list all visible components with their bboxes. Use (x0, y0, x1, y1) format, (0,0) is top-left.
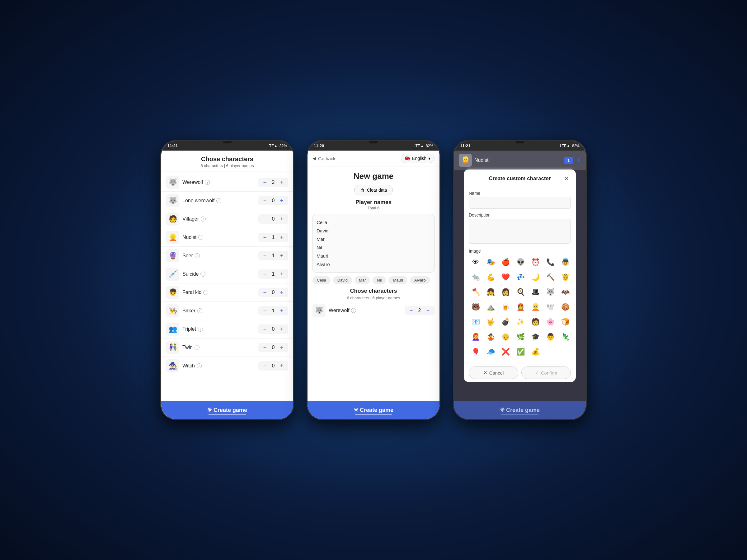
increment-werewolf[interactable]: + (278, 179, 285, 186)
battery-icon-3: 82% (572, 144, 579, 148)
info-icon-witch[interactable]: i (197, 364, 202, 368)
decrement-triplet[interactable]: − (261, 326, 268, 332)
decrement-seer[interactable]: − (261, 252, 268, 259)
description-field-group: Description (469, 212, 571, 245)
description-textarea[interactable] (469, 219, 571, 244)
emoji-zzz[interactable]: 💤 (514, 270, 527, 284)
create-game-button-2[interactable]: ✳ Create game (308, 401, 439, 419)
emoji-woman[interactable]: 👩 (499, 285, 512, 299)
emoji-juggler[interactable]: 🤹 (484, 330, 497, 344)
emoji-hat[interactable]: 🧢 (484, 345, 497, 359)
emoji-old-man[interactable]: 👴 (499, 330, 512, 344)
create-game-button-3[interactable]: ✳ Create game (454, 401, 586, 419)
emoji-rat[interactable]: 🐀 (469, 270, 483, 284)
increment-twin[interactable]: + (278, 344, 285, 351)
plus-icon-p3[interactable]: + (577, 156, 581, 164)
emoji-balloon[interactable]: 🎈 (469, 345, 483, 359)
increment-nudist[interactable]: + (278, 234, 285, 241)
emoji-cook[interactable]: 🍳 (514, 285, 527, 299)
emoji-envelope[interactable]: 📧 (469, 315, 483, 329)
info-icon-werewolf-p2[interactable]: i (351, 308, 356, 313)
emoji-graduation[interactable]: 🎓 (529, 330, 542, 344)
decrement-feral-kid[interactable]: − (261, 289, 268, 296)
cancel-button[interactable]: ✕ Cancel (469, 367, 518, 379)
counter-seer: − 1 + (258, 251, 288, 260)
decrement-nudist[interactable]: − (261, 234, 268, 241)
emoji-bread[interactable]: 🍞 (558, 315, 572, 329)
decrement-baker[interactable]: − (261, 308, 268, 314)
emoji-phone[interactable]: 📞 (543, 256, 557, 269)
info-icon-baker[interactable]: i (197, 308, 202, 313)
increment-witch[interactable]: + (278, 363, 285, 369)
emoji-moon[interactable]: 🌙 (529, 270, 542, 284)
emoji-sparkle[interactable]: ✨ (514, 315, 527, 329)
decrement-twin[interactable]: − (261, 344, 268, 351)
emoji-axe[interactable]: 🪓 (469, 285, 483, 299)
decrement-suicide[interactable]: − (261, 271, 268, 277)
decrement-lone-werewolf[interactable]: − (261, 197, 268, 204)
decrement-werewolf-p2[interactable]: − (408, 307, 415, 314)
emoji-angel[interactable]: 👼 (558, 256, 572, 269)
increment-suicide[interactable]: + (278, 271, 285, 277)
emoji-check[interactable]: ✅ (514, 345, 527, 359)
emoji-dove[interactable]: 🕊️ (543, 300, 557, 314)
emoji-flower[interactable]: 🌸 (543, 315, 557, 329)
emoji-hand[interactable]: 🤟 (484, 315, 497, 329)
info-icon-lone-werewolf[interactable]: i (216, 198, 221, 203)
decrement-werewolf[interactable]: − (261, 179, 268, 186)
emoji-money-bag[interactable]: 💰 (529, 345, 542, 359)
emoji-beer[interactable]: 🍺 (499, 300, 512, 314)
close-modal-button[interactable]: ✕ (562, 174, 571, 183)
emoji-bomb[interactable]: 💣 (499, 315, 512, 329)
increment-triplet[interactable]: + (278, 326, 285, 332)
increment-baker[interactable]: + (278, 308, 285, 314)
info-icon-nudist[interactable]: i (198, 235, 203, 240)
emoji-leaf[interactable]: 🌿 (514, 330, 527, 344)
info-icon-suicide[interactable]: i (201, 272, 205, 276)
emoji-blonde[interactable]: 👱 (529, 300, 542, 314)
info-icon-werewolf[interactable]: i (205, 180, 210, 185)
emoji-cross[interactable]: ❌ (499, 345, 512, 359)
emoji-heart[interactable]: ❤️ (499, 270, 512, 284)
emoji-man[interactable]: 👨 (543, 330, 557, 344)
name-label: Name (469, 191, 571, 196)
name-input[interactable] (469, 197, 571, 209)
player-names-box: Celia David Mar Nil Mauri Alvaro (312, 214, 435, 272)
info-icon-villager[interactable]: i (201, 216, 206, 221)
emoji-mountain[interactable]: ⛰️ (484, 300, 497, 314)
emoji-mask[interactable]: 🎭 (484, 256, 497, 269)
emoji-prince[interactable]: 🤴 (558, 270, 572, 284)
decrement-witch[interactable]: − (261, 363, 268, 369)
emoji-hammer[interactable]: 🔨 (543, 270, 557, 284)
increment-werewolf-p2[interactable]: + (424, 307, 431, 314)
go-back-button[interactable]: ◀ Go back (312, 156, 336, 161)
emoji-bat[interactable]: 🦇 (558, 285, 572, 299)
increment-seer[interactable]: + (278, 252, 285, 259)
emoji-eye[interactable]: 👁 (469, 256, 483, 269)
emoji-clock[interactable]: ⏰ (529, 256, 542, 269)
emoji-cookie[interactable]: 🍪 (558, 300, 572, 314)
clear-data-button[interactable]: 🗑 Clear data (354, 185, 393, 195)
emoji-redhead[interactable]: 👩‍🦰 (469, 330, 483, 344)
confirm-button[interactable]: ✓ Confirm (521, 367, 571, 379)
decrement-villager[interactable]: − (261, 216, 268, 222)
emoji-flex[interactable]: 💪 (484, 270, 497, 284)
increment-villager[interactable]: + (278, 216, 285, 222)
info-icon-triplet[interactable]: i (198, 327, 203, 331)
emoji-tophat[interactable]: 🎩 (529, 285, 542, 299)
emoji-girl[interactable]: 👧 (484, 285, 497, 299)
info-icon-twin[interactable]: i (195, 345, 200, 350)
emoji-alien[interactable]: 👽 (514, 256, 527, 269)
info-icon-seer[interactable]: i (195, 253, 200, 258)
emoji-asian-man[interactable]: 👲 (514, 300, 527, 314)
language-button[interactable]: 🇬🇧 English ▾ (401, 154, 435, 163)
increment-lone-werewolf[interactable]: + (278, 197, 285, 204)
emoji-person[interactable]: 🧑 (529, 315, 542, 329)
emoji-bear[interactable]: 🐻 (469, 300, 483, 314)
increment-feral-kid[interactable]: + (278, 289, 285, 296)
emoji-wolf[interactable]: 🐺 (543, 285, 557, 299)
info-icon-feral-kid[interactable]: i (203, 290, 208, 295)
create-game-button-1[interactable]: ✳ Create game (161, 401, 293, 419)
emoji-apple[interactable]: 🍎 (499, 256, 512, 269)
emoji-lizard[interactable]: 🦎 (558, 330, 572, 344)
